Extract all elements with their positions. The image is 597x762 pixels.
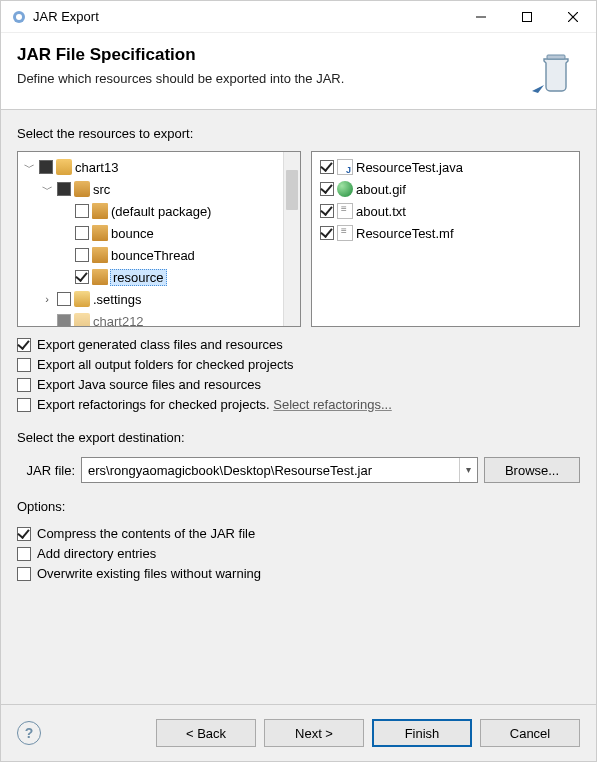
destination-row: JAR file: ▾ Browse... [17, 457, 580, 483]
text-file-icon [337, 203, 353, 219]
checkbox[interactable] [17, 527, 31, 541]
manifest-file-icon [337, 225, 353, 241]
scrollbar[interactable] [283, 152, 300, 326]
window-title: JAR Export [33, 9, 458, 24]
finish-button[interactable]: Finish [372, 719, 472, 747]
option-label: Export generated class files and resourc… [37, 337, 283, 352]
image-file-icon [337, 181, 353, 197]
back-button[interactable]: < Back [156, 719, 256, 747]
resource-tree-pane: ﹀ chart13 ﹀ src [17, 151, 301, 327]
checkbox[interactable] [17, 547, 31, 561]
checkbox[interactable] [17, 378, 31, 392]
checkbox[interactable] [75, 270, 89, 284]
wizard-content: Select the resources to export: ﹀ chart1… [1, 110, 596, 704]
opt-add-dirs[interactable]: Add directory entries [17, 546, 580, 561]
checkbox[interactable] [75, 248, 89, 262]
checkbox[interactable] [75, 226, 89, 240]
list-item[interactable]: about.gif [318, 178, 573, 200]
destination-label: Select the export destination: [17, 430, 580, 445]
wizard-banner: JAR File Specification Define which reso… [1, 33, 596, 110]
checkbox[interactable] [39, 160, 53, 174]
option-label: Compress the contents of the JAR file [37, 526, 255, 541]
file-name: about.gif [356, 182, 406, 197]
next-button[interactable]: Next > [264, 719, 364, 747]
jar-icon [532, 45, 580, 93]
source-folder-icon [74, 181, 90, 197]
opt-export-generated[interactable]: Export generated class files and resourc… [17, 337, 580, 352]
tree-label: bounceThread [111, 248, 195, 263]
package-icon [92, 203, 108, 219]
select-refactorings-link[interactable]: Select refactorings... [273, 397, 392, 412]
expand-icon[interactable]: › [40, 292, 54, 306]
svg-point-1 [16, 14, 22, 20]
checkbox[interactable] [75, 204, 89, 218]
resource-tree[interactable]: ﹀ chart13 ﹀ src [18, 152, 283, 326]
checkbox[interactable] [320, 160, 334, 174]
checkbox[interactable] [320, 182, 334, 196]
help-icon[interactable]: ? [17, 721, 41, 745]
checkbox[interactable] [17, 358, 31, 372]
page-title: JAR File Specification [17, 45, 522, 65]
collapse-icon[interactable]: ﹀ [22, 160, 36, 174]
tree-label: bounce [111, 226, 154, 241]
checkbox[interactable] [17, 567, 31, 581]
options-label: Options: [17, 499, 580, 514]
collapse-icon[interactable]: ﹀ [40, 182, 54, 196]
tree-node-bounce[interactable]: bounce [58, 222, 281, 244]
list-item[interactable]: ResourceTest.java [318, 156, 573, 178]
checkbox[interactable] [320, 226, 334, 240]
tree-label: .settings [93, 292, 141, 307]
close-button[interactable] [550, 1, 596, 32]
opt-export-all-outputs[interactable]: Export all output folders for checked pr… [17, 357, 580, 372]
file-name: ResourceTest.mf [356, 226, 454, 241]
tree-label: (default package) [111, 204, 211, 219]
option-label: Export refactorings for checked projects… [37, 397, 273, 412]
checkbox[interactable] [320, 204, 334, 218]
package-icon [92, 247, 108, 263]
option-label: Add directory entries [37, 546, 156, 561]
checkbox[interactable] [57, 182, 71, 196]
jar-path-combo[interactable]: ▾ [81, 457, 478, 483]
cancel-button[interactable]: Cancel [480, 719, 580, 747]
package-icon [92, 269, 108, 285]
tree-node-chart212[interactable]: chart212 [40, 310, 281, 326]
app-icon [11, 9, 27, 25]
option-label: Export Java source files and resources [37, 377, 261, 392]
list-item[interactable]: ResourceTest.mf [318, 222, 573, 244]
maximize-button[interactable] [504, 1, 550, 32]
resources-label: Select the resources to export: [17, 126, 580, 141]
project-icon [74, 313, 90, 326]
minimize-button[interactable] [458, 1, 504, 32]
page-description: Define which resources should be exporte… [17, 71, 522, 86]
project-icon [56, 159, 72, 175]
jar-path-input[interactable] [82, 463, 459, 478]
tree-node-bounceThread[interactable]: bounceThread [58, 244, 281, 266]
file-list-pane[interactable]: ResourceTest.java about.gif about.txt Re… [311, 151, 580, 327]
browse-button[interactable]: Browse... [484, 457, 580, 483]
opt-overwrite[interactable]: Overwrite existing files without warning [17, 566, 580, 581]
tree-node-settings[interactable]: › .settings [40, 288, 281, 310]
folder-icon [74, 291, 90, 307]
option-label: Export all output folders for checked pr… [37, 357, 294, 372]
tree-label: src [93, 182, 110, 197]
tree-node-chart13[interactable]: ﹀ chart13 [22, 156, 281, 178]
wizard-footer: ? < Back Next > Finish Cancel [1, 704, 596, 761]
opt-export-java-source[interactable]: Export Java source files and resources [17, 377, 580, 392]
opt-export-refactorings[interactable]: Export refactorings for checked projects… [17, 397, 580, 412]
checkbox[interactable] [57, 292, 71, 306]
checkbox[interactable] [17, 398, 31, 412]
checkbox[interactable] [57, 314, 71, 326]
svg-rect-6 [547, 55, 565, 59]
file-name: about.txt [356, 204, 406, 219]
tree-label: chart212 [93, 314, 144, 327]
tree-node-resource[interactable]: resource [58, 266, 281, 288]
dropdown-icon[interactable]: ▾ [459, 458, 477, 482]
tree-node-default-package[interactable]: (default package) [58, 200, 281, 222]
checkbox[interactable] [17, 338, 31, 352]
tree-label: resource [110, 269, 167, 286]
titlebar: JAR Export [1, 1, 596, 33]
tree-node-src[interactable]: ﹀ src [40, 178, 281, 200]
java-file-icon [337, 159, 353, 175]
opt-compress[interactable]: Compress the contents of the JAR file [17, 526, 580, 541]
list-item[interactable]: about.txt [318, 200, 573, 222]
